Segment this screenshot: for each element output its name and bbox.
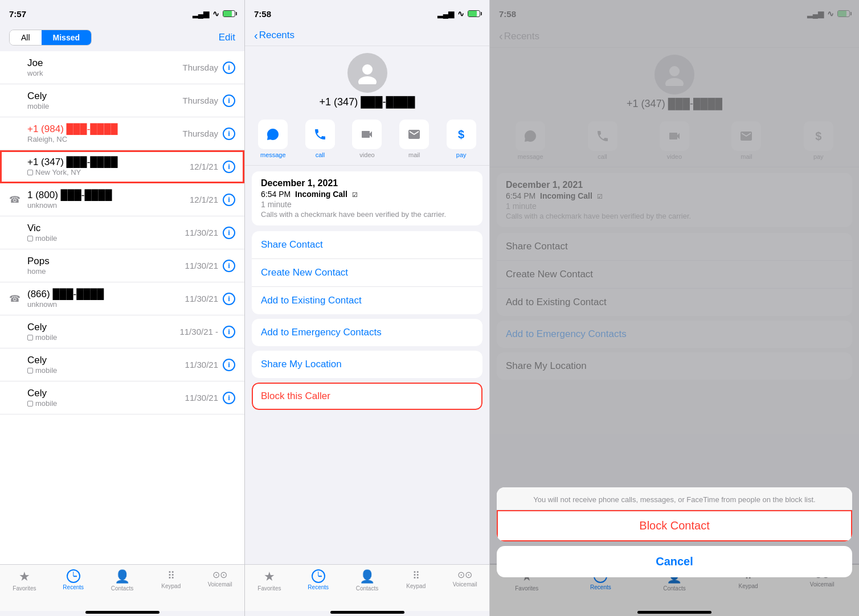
contact-date: Thursday (182, 96, 218, 105)
contact-info: Cely mobile (27, 388, 185, 408)
info-button[interactable]: i (223, 293, 235, 305)
call-date: December 1, 2021 (261, 178, 473, 188)
contact-sub: Raleigh, NC (27, 135, 182, 143)
contact-info: 1 (800) ███-████ unknown (27, 190, 190, 210)
contact-name-missed: +1 (984) ███-████ (27, 124, 182, 135)
contact-date: Thursday (182, 129, 218, 138)
segment-control[interactable]: All Missed (9, 30, 92, 46)
contact-item[interactable]: Joe work Thursday i (0, 51, 244, 84)
contact-item[interactable]: +1 (984) ███-████ Raleigh, NC Thursday i (0, 117, 244, 150)
contact-item[interactable]: Cely mobile Thursday i (0, 84, 244, 117)
contact-date: 11/30/21 - (179, 327, 218, 336)
tab-voicemail[interactable]: ⊙⊙ Voicemail (195, 569, 244, 602)
contact-date: 12/1/21 (190, 162, 218, 171)
tab-favorites[interactable]: ★ Favorites (0, 569, 49, 602)
status-bar-2: 7:58 ▂▄▆ ∿ (245, 0, 489, 25)
person-silhouette (356, 61, 379, 84)
edit-button[interactable]: Edit (219, 32, 235, 43)
back-button[interactable]: ‹ Recents (254, 30, 294, 41)
info-button[interactable]: i (223, 95, 235, 107)
contact-menu-group2: Add to Emergency Contacts (252, 319, 482, 346)
contact-item-highlighted[interactable]: +1 (347) ███-████ New York, NY 12/1/21 i (0, 150, 244, 183)
info-button[interactable]: i (223, 326, 235, 338)
segment-all[interactable]: All (10, 30, 42, 45)
home-indicator-1 (85, 611, 159, 614)
contact-info: Vic mobile (27, 223, 185, 243)
info-button[interactable]: i (223, 128, 235, 140)
tab-recents-2[interactable]: Recents (294, 569, 343, 602)
menu-add-existing[interactable]: Add to Existing Contact (252, 287, 482, 314)
menu-create-contact[interactable]: Create New Contact (252, 259, 482, 287)
cancel-button[interactable]: Cancel (497, 546, 852, 577)
contact-menu-group1: Share Contact Create New Contact Add to … (252, 231, 482, 314)
contact-menu-group4: Block this Caller (252, 383, 482, 410)
contact-sub: unknown (27, 201, 190, 210)
mail-icon-btn (399, 120, 429, 149)
menu-add-emergency[interactable]: Add to Emergency Contacts (252, 319, 482, 346)
contact-date: Thursday (182, 63, 218, 72)
person-icon-2: 👤 (359, 569, 375, 584)
block-contact-button[interactable]: Block Contact (497, 510, 852, 541)
contact-name: Cely (27, 355, 185, 366)
svg-point-1 (358, 76, 377, 84)
svg-point-0 (362, 64, 373, 75)
message-label: message (260, 151, 286, 158)
tab-recents[interactable]: Recents (49, 569, 98, 602)
contact-sub: mobile (27, 234, 185, 243)
contact-sub: work (27, 69, 182, 77)
tab-contacts-2[interactable]: 👤 Contacts (343, 569, 392, 602)
action-call[interactable]: call (302, 120, 338, 158)
contact-item[interactable]: Vic mobile 11/30/21 i (0, 216, 244, 249)
contact-date: 11/30/21 (185, 393, 218, 403)
info-button[interactable]: i (223, 161, 235, 173)
panel-block-confirm: 7:58 ▂▄▆ ∿ ‹ Recents +1 (347) ███-████ (490, 0, 859, 616)
clock-icon-2 (312, 569, 325, 583)
voicemail-icon-2: ⊙⊙ (457, 569, 472, 580)
contact-item[interactable]: Cely mobile 11/30/21 i (0, 381, 244, 414)
block-action-sheet-overlay: You will not receive phone calls, messag… (490, 0, 859, 616)
info-button[interactable]: i (223, 227, 235, 239)
phone-number: +1 (347) ███-████ (320, 96, 415, 108)
checkmark-icon (27, 236, 33, 241)
tab-voicemail-2[interactable]: ⊙⊙ Voicemail (440, 569, 489, 602)
action-video[interactable]: video (349, 120, 385, 158)
info-button[interactable]: i (223, 194, 235, 206)
message-icon-btn (258, 120, 288, 149)
avatar (347, 53, 387, 93)
contact-item[interactable]: ☎ (866) ███-████ unknown 11/30/21 i (0, 282, 244, 315)
contact-item[interactable]: ☎ 1 (800) ███-████ unknown 12/1/21 i (0, 183, 244, 216)
contact-date: 12/1/21 (190, 195, 218, 204)
contact-name: 1 (800) ███-████ (27, 190, 190, 201)
contact-item[interactable]: Pops home 11/30/21 i (0, 249, 244, 282)
contact-info: Joe work (27, 58, 182, 77)
info-button[interactable]: i (223, 260, 235, 272)
signal-icon-1: ▂▄▆ (193, 10, 209, 18)
action-message[interactable]: message (255, 120, 291, 158)
contact-item[interactable]: Cely mobile 11/30/21 - i (0, 315, 244, 348)
contact-name: Pops (27, 256, 185, 267)
action-mail[interactable]: mail (396, 120, 432, 158)
action-pay[interactable]: $ pay (443, 120, 480, 158)
contact-item[interactable]: Cely mobile 11/30/21 i (0, 348, 244, 381)
contacts-list: Joe work Thursday i Cely mobile Thursday… (0, 51, 244, 564)
info-button[interactable]: i (223, 61, 235, 74)
call-duration: 1 minute (261, 200, 473, 209)
info-button[interactable]: i (223, 359, 235, 371)
checkmark-icon (27, 335, 33, 340)
clock-icon-recents (67, 569, 80, 583)
back-label: Recents (259, 30, 294, 41)
pay-icon-btn: $ (447, 120, 476, 149)
tab-favorites-2[interactable]: ★ Favorites (245, 569, 294, 602)
tab-keypad-2[interactable]: ⠿ Keypad (391, 569, 440, 602)
segment-missed[interactable]: Missed (42, 30, 91, 45)
contact-info: Cely mobile (27, 91, 182, 110)
tab-keypad[interactable]: ⠿ Keypad (146, 569, 195, 602)
tab-contacts[interactable]: 👤 Contacts (98, 569, 147, 602)
call-detail-card: December 1, 2021 6:54 PM Incoming Call ☑… (252, 171, 482, 225)
info-button[interactable]: i (223, 392, 235, 404)
menu-share-contact[interactable]: Share Contact (252, 231, 482, 259)
menu-block-caller[interactable]: Block this Caller (252, 383, 482, 410)
signal-icon-2: ▂▄▆ (437, 10, 454, 18)
status-icons-1: ▂▄▆ ∿ (193, 9, 235, 18)
menu-share-location[interactable]: Share My Location (252, 351, 482, 378)
